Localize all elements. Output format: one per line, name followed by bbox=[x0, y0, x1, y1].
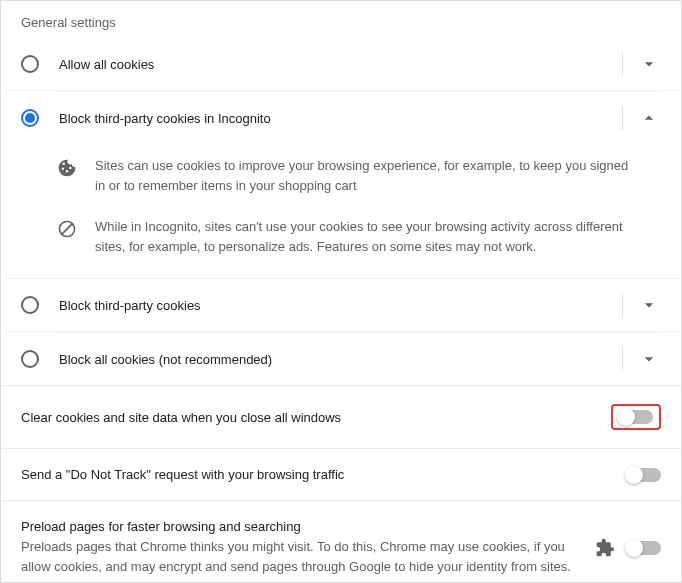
chevron-down-icon[interactable] bbox=[637, 347, 661, 371]
toggle-row-clear-on-close[interactable]: Clear cookies and site data when you clo… bbox=[1, 386, 681, 449]
chevron-down-icon[interactable] bbox=[637, 52, 661, 76]
expand-divider bbox=[622, 347, 661, 371]
section-title: General settings bbox=[1, 1, 681, 38]
radio-label: Allow all cookies bbox=[59, 57, 612, 72]
toggle-label: Clear cookies and site data when you clo… bbox=[21, 410, 599, 425]
radio-row-allow-all[interactable]: Allow all cookies bbox=[1, 38, 681, 91]
chevron-down-icon[interactable] bbox=[637, 293, 661, 317]
detail-block-text: While in Incognito, sites can't use your… bbox=[95, 217, 661, 256]
block-icon bbox=[57, 219, 77, 239]
incognito-details: Sites can use cookies to improve your br… bbox=[1, 144, 681, 279]
radio-icon bbox=[21, 350, 39, 368]
radio-icon bbox=[21, 296, 39, 314]
radio-label: Block all cookies (not recommended) bbox=[59, 352, 612, 367]
toggle-switch[interactable] bbox=[619, 410, 653, 424]
cookie-icon bbox=[57, 158, 77, 178]
radio-icon-selected bbox=[21, 109, 39, 127]
detail-block: While in Incognito, sites can't use your… bbox=[1, 209, 681, 264]
toggle-title: Preload pages for faster browsing and se… bbox=[21, 519, 583, 534]
toggle-row-preload[interactable]: Preload pages for faster browsing and se… bbox=[1, 501, 681, 583]
cookie-behavior-radiogroup: Allow all cookies Block third-party cook… bbox=[1, 38, 681, 386]
detail-cookie-text: Sites can use cookies to improve your br… bbox=[95, 156, 661, 195]
expand-divider bbox=[622, 52, 661, 76]
toggle-row-do-not-track[interactable]: Send a "Do Not Track" request with your … bbox=[1, 449, 681, 501]
collapse-divider bbox=[622, 106, 661, 130]
toggle-switch[interactable] bbox=[627, 541, 661, 555]
radio-row-block-all[interactable]: Block all cookies (not recommended) bbox=[1, 333, 681, 386]
settings-panel: General settings Allow all cookies Block… bbox=[0, 0, 682, 583]
highlight-box bbox=[611, 404, 661, 430]
chevron-up-icon[interactable] bbox=[637, 106, 661, 130]
radio-label: Block third-party cookies bbox=[59, 298, 612, 313]
toggle-label: Send a "Do Not Track" request with your … bbox=[21, 467, 615, 482]
expand-divider bbox=[622, 293, 661, 317]
toggle-subtitle: Preloads pages that Chrome thinks you mi… bbox=[21, 537, 583, 576]
radio-row-block-incognito[interactable]: Block third-party cookies in Incognito bbox=[1, 92, 681, 144]
radio-label: Block third-party cookies in Incognito bbox=[59, 111, 612, 126]
detail-cookie: Sites can use cookies to improve your br… bbox=[1, 148, 681, 203]
extension-icon bbox=[595, 538, 615, 558]
radio-row-block-third[interactable]: Block third-party cookies bbox=[1, 279, 681, 332]
toggle-switch[interactable] bbox=[627, 468, 661, 482]
radio-icon bbox=[21, 55, 39, 73]
